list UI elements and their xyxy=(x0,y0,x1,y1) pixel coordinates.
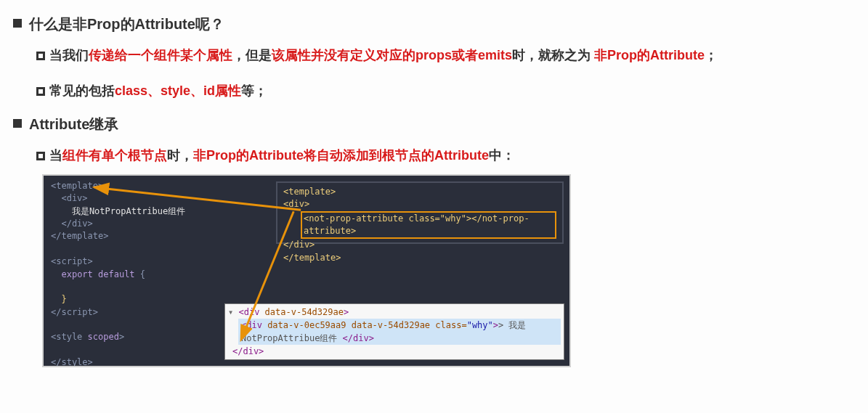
inset-line: </div> xyxy=(283,239,556,251)
devtools-panel: ▾ <div data-v-54d329ae> <div data-v-0ec5… xyxy=(224,303,564,360)
devtools-line: </div> xyxy=(232,345,561,358)
text-segment: 中： xyxy=(489,148,515,163)
text-segment: 时， xyxy=(167,148,193,163)
inset-line: <div> xyxy=(283,198,556,210)
text-segment: 常见的包括 xyxy=(49,83,115,98)
heading-attribute-inherit: Attribute继承 xyxy=(13,115,853,134)
code-screenshot: <template> <div> 我是NotPropAttribue组件 </d… xyxy=(42,174,571,367)
code-line xyxy=(51,281,562,293)
devtools-selected-line: <div data-v-0ec59aa9 data-v-54d329ae cla… xyxy=(238,319,561,345)
square-bullet-icon xyxy=(13,119,22,128)
text-segment: class、style、id属性 xyxy=(115,83,241,98)
text-segment: ，但是 xyxy=(232,48,272,62)
text-segment: 时，就称之为 xyxy=(512,48,594,62)
text-segment: 组件有单个根节点 xyxy=(62,148,167,163)
heading-text: 什么是非Prop的Attribute呢？ xyxy=(29,15,224,34)
devtools-line: ▾ <div data-v-54d329ae> xyxy=(228,306,561,319)
text-segment: 非Prop的Attribute xyxy=(594,48,705,62)
inset-line: </template> xyxy=(283,252,556,264)
text-segment: 等； xyxy=(241,83,267,98)
code-line: export default { xyxy=(51,269,562,281)
bullet-content: 当我们传递给一个组件某个属性，但是该属性并没有定义对应的props或者emits… xyxy=(49,44,718,67)
text-segment: 当 xyxy=(49,148,62,163)
text-segment: 传递给一个组件某个属性 xyxy=(89,48,232,62)
bullet-content: 常见的包括class、style、id属性等； xyxy=(49,80,267,102)
hollow-square-icon xyxy=(36,152,45,160)
heading-non-prop-attribute: 什么是非Prop的Attribute呢？ xyxy=(13,15,853,34)
heading-text: Attribute继承 xyxy=(29,115,118,134)
code-inset-parent: <template> <div> <not-prop-attribute cla… xyxy=(276,181,564,244)
hollow-square-icon xyxy=(36,87,45,96)
square-bullet-icon xyxy=(13,19,22,28)
bullet-definition: 当我们传递给一个组件某个属性，但是该属性并没有定义对应的props或者emits… xyxy=(36,44,853,67)
text-segment: 当我们 xyxy=(49,48,89,62)
text-segment: 非Prop的Attribute将自动添加到根节点的Attribute xyxy=(193,148,489,163)
inset-line-highlight: <not-prop-attribute class="why"></not-pr… xyxy=(283,211,556,240)
inset-line: <template> xyxy=(283,186,556,198)
bullet-content: 当组件有单个根节点时，非Prop的Attribute将自动添加到根节点的Attr… xyxy=(49,144,515,167)
text-segment: 该属性并没有定义对应的props或者emits xyxy=(272,48,512,62)
text-segment: ； xyxy=(705,48,718,62)
bullet-single-root: 当组件有单个根节点时，非Prop的Attribute将自动添加到根节点的Attr… xyxy=(36,144,853,167)
bullet-examples: 常见的包括class、style、id属性等； xyxy=(36,80,853,102)
hollow-square-icon xyxy=(36,52,45,60)
